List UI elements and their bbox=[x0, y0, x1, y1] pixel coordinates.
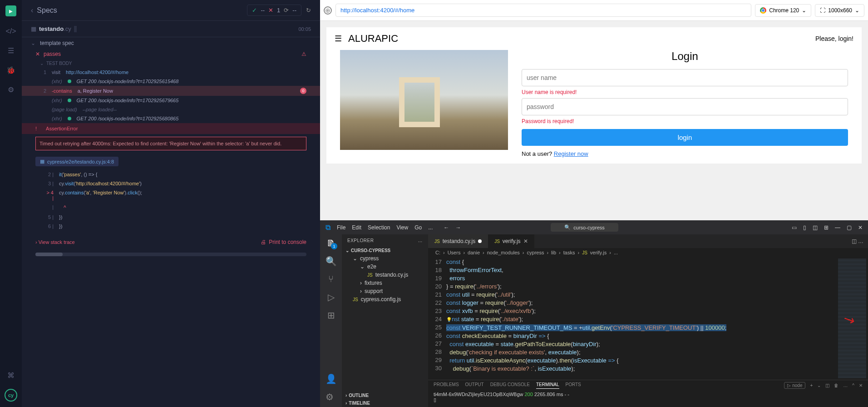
menu-file[interactable]: File bbox=[337, 224, 345, 231]
more-icon[interactable]: … bbox=[418, 238, 423, 243]
gear-icon[interactable]: ⚙ bbox=[8, 85, 14, 94]
cypress-brand-icon[interactable]: cy bbox=[5, 389, 17, 402]
hamburger-icon[interactable]: ☰ bbox=[335, 34, 342, 44]
login-button[interactable]: login bbox=[522, 129, 848, 146]
viewport-select[interactable]: ⛶ 1000x660 ⌄ bbox=[815, 4, 864, 17]
template-spec-row[interactable]: ⌄ template spec bbox=[22, 37, 320, 49]
xhr-row-3[interactable]: (xhr) GET 200 /sockjs-node/info?t=170292… bbox=[22, 114, 320, 123]
check-icon: ✓ bbox=[252, 7, 257, 14]
timeline-section[interactable]: ›TIMELINE bbox=[342, 399, 428, 407]
spec-file-row[interactable]: ▦ testando.cy 00:05 bbox=[22, 21, 320, 37]
target-icon[interactable]: ⊕ bbox=[324, 6, 332, 15]
account-icon[interactable]: 👤 bbox=[326, 373, 337, 384]
scroll-thumb[interactable] bbox=[35, 253, 63, 256]
vscode-window: ⧉ File Edit Selection View Go ... ← → 🔍c… bbox=[320, 220, 868, 407]
menu-view[interactable]: View bbox=[396, 224, 408, 231]
menu-selection[interactable]: Selection bbox=[368, 224, 390, 231]
more-icon[interactable]: … bbox=[858, 238, 863, 244]
menu-more[interactable]: ... bbox=[428, 224, 433, 231]
tab-problems[interactable]: PROBLEMS bbox=[434, 382, 459, 389]
tab-verify[interactable]: JSverify.js✕ bbox=[488, 234, 534, 248]
register-now-link[interactable]: Register now bbox=[554, 150, 588, 157]
code-area[interactable]: 1718192021222324252627282930 const { thr… bbox=[428, 257, 868, 380]
more-icon[interactable]: … bbox=[843, 383, 848, 388]
debug-icon[interactable]: ▷ bbox=[328, 292, 335, 303]
menu-go[interactable]: Go bbox=[414, 224, 422, 231]
project-section[interactable]: ⌄CURSO-CYPRESS bbox=[342, 247, 428, 254]
password-input[interactable] bbox=[522, 98, 848, 115]
code-icon[interactable]: </> bbox=[5, 27, 16, 35]
split-icon[interactable]: ◫ bbox=[825, 383, 829, 388]
layout-icon[interactable]: ▭ bbox=[792, 224, 797, 231]
app-photo bbox=[340, 50, 508, 150]
close-icon[interactable]: ✕ bbox=[859, 383, 863, 388]
browser-select[interactable]: Chrome 120 ⌄ bbox=[755, 4, 811, 17]
cmd-num: 1 bbox=[35, 69, 46, 75]
file-config[interactable]: JScypress.config.js bbox=[342, 295, 428, 303]
cmd-contains[interactable]: 2 -contains a, Register Now 0 bbox=[22, 86, 320, 96]
xhr-row-2[interactable]: (xhr) GET 200 /sockjs-node/info?t=170292… bbox=[22, 96, 320, 105]
file-testando[interactable]: JStestando.cy.js bbox=[342, 271, 428, 279]
page-load-row[interactable]: (page load) --page loaded-- bbox=[22, 105, 320, 114]
refresh-icon[interactable]: ↻ bbox=[306, 7, 311, 14]
extensions-icon[interactable]: ⊞ bbox=[327, 310, 335, 321]
outline-section[interactable]: ›OUTLINE bbox=[342, 392, 428, 399]
cypress-logo[interactable]: ▶ bbox=[5, 5, 16, 16]
bug-icon[interactable]: 🐞 bbox=[6, 66, 15, 74]
chevron-down-icon[interactable]: ⌄ bbox=[817, 383, 821, 388]
folder-e2e[interactable]: ⌄e2e bbox=[342, 263, 428, 271]
vscode-logo-icon[interactable]: ⧉ bbox=[326, 223, 330, 232]
aut-viewport: ☰ ALURAPIC Please, login! Login User nam… bbox=[320, 21, 868, 220]
chevron-left-icon[interactable]: ‹ bbox=[31, 6, 33, 15]
nav-back-icon[interactable]: ← bbox=[444, 224, 449, 231]
scm-icon[interactable]: ⑂ bbox=[328, 274, 334, 284]
terminal-shell[interactable]: ▷ node bbox=[784, 382, 805, 389]
cmd-pin[interactable]: 0 bbox=[300, 88, 306, 94]
cmd-visit[interactable]: 1 visit http://localhost:4200/#/home bbox=[22, 68, 320, 77]
scrollbar[interactable] bbox=[35, 253, 306, 256]
layout-icon[interactable]: ⊞ bbox=[824, 224, 829, 231]
spec-filename: testando bbox=[39, 25, 64, 32]
split-icon[interactable]: ◫ bbox=[852, 238, 857, 244]
search-icon[interactable]: 🔍 bbox=[326, 256, 337, 267]
tab-terminal[interactable]: TERMINAL bbox=[536, 382, 559, 389]
breadcrumb[interactable]: C:›Users›danie›node_modules›cypress›lib›… bbox=[428, 248, 868, 257]
layout-icon[interactable]: ▯ bbox=[803, 224, 806, 231]
xhr-row-1[interactable]: (xhr) GET 200 /sockjs-node/info?t=170292… bbox=[22, 77, 320, 86]
lightbulb-icon[interactable]: 💡 bbox=[446, 316, 452, 324]
tab-testando[interactable]: JStestando.cy.js bbox=[428, 234, 488, 248]
keyboard-icon[interactable]: ⌘ bbox=[7, 371, 15, 380]
username-input[interactable] bbox=[522, 69, 848, 86]
view-stack-trace-link[interactable]: › View stack trace bbox=[35, 239, 75, 245]
minimap[interactable]: ↘ bbox=[836, 257, 868, 380]
maximize-icon[interactable]: ▢ bbox=[847, 224, 852, 231]
test-body-row[interactable]: ⌄ TEST BODY bbox=[22, 59, 320, 68]
folder-cypress[interactable]: ⌄cypress bbox=[342, 254, 428, 263]
tab-ports[interactable]: PORTS bbox=[566, 382, 581, 389]
code-lines[interactable]: const { throwFormErrorText, errors } = r… bbox=[446, 257, 836, 380]
terminal-output[interactable]: ti4mM-6x9WDnZIjIeyEU21OpBXqWBgw 200 2265… bbox=[428, 391, 868, 404]
please-login-link[interactable]: Please, login! bbox=[815, 35, 853, 42]
close-icon[interactable]: ✕ bbox=[523, 238, 528, 244]
minimize-icon[interactable]: — bbox=[835, 224, 840, 231]
nav-fwd-icon[interactable]: → bbox=[455, 224, 461, 231]
close-icon[interactable]: ✕ bbox=[858, 224, 863, 231]
folder-support[interactable]: ›support bbox=[342, 287, 428, 295]
menu-edit[interactable]: Edit bbox=[352, 224, 361, 231]
url-input[interactable]: http://localhost:4200/#/home bbox=[335, 4, 751, 17]
layout-icon[interactable]: ◫ bbox=[813, 224, 818, 231]
tab-output[interactable]: OUTPUT bbox=[465, 382, 484, 389]
explorer-icon[interactable]: 🗎1 bbox=[326, 238, 335, 248]
test-passes-row[interactable]: ✕ passes ⚠ bbox=[22, 49, 320, 59]
settings-icon[interactable]: ⚙ bbox=[326, 392, 337, 402]
list-icon[interactable]: ☰ bbox=[8, 46, 14, 55]
folder-fixtures[interactable]: ›fixtures bbox=[342, 279, 428, 287]
chevron-up-icon[interactable]: ^ bbox=[852, 383, 854, 388]
trash-icon[interactable]: 🗑 bbox=[834, 383, 838, 388]
fail-count: 1 bbox=[277, 7, 280, 14]
error-file-link[interactable]: ▦cypress/e2e/testando.cy.js:4:8 bbox=[22, 153, 320, 170]
new-terminal-icon[interactable]: + bbox=[810, 383, 813, 388]
print-console-link[interactable]: 🖨 Print to console bbox=[261, 239, 306, 245]
command-center[interactable]: 🔍curso-cypress bbox=[551, 223, 618, 232]
tab-debug[interactable]: DEBUG CONSOLE bbox=[490, 382, 530, 389]
